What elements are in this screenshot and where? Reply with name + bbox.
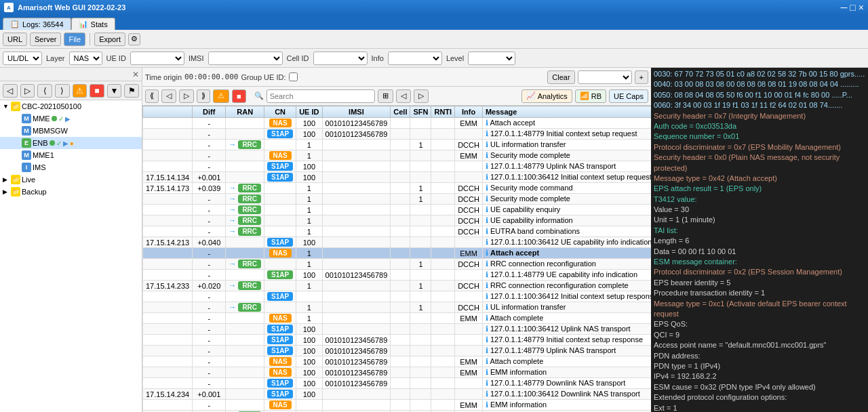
export-btn[interactable]: Export: [94, 33, 125, 46]
table-row[interactable]: -S1APℹ 127.0.1.1:100:36412 Initial conte…: [143, 291, 652, 302]
info-icon[interactable]: ℹ: [486, 249, 490, 257]
info-icon[interactable]: ℹ: [486, 162, 490, 170]
server-btn[interactable]: Server: [30, 33, 61, 46]
nav-first-btn[interactable]: ⟪: [145, 89, 159, 103]
table-row[interactable]: -NAS1EMMℹ Attach complete: [143, 313, 652, 324]
info-icon[interactable]: ℹ: [486, 335, 490, 344]
extra-filter-select[interactable]: [578, 70, 632, 84]
cell-id-select[interactable]: [313, 52, 368, 65]
nav-stop-btn[interactable]: ■: [90, 84, 104, 98]
info-icon[interactable]: ℹ: [486, 238, 490, 246]
table-row[interactable]: -NASEMMℹ EMM information: [143, 400, 652, 411]
nav-warn-btn[interactable]: ⚠: [73, 84, 87, 98]
table-row[interactable]: -NAS100001010123456789EMMℹ Attach comple…: [143, 356, 652, 367]
nav-prev-btn[interactable]: ⟨: [37, 84, 52, 98]
nav-next-btn[interactable]: ⟩: [55, 84, 70, 98]
stop-filter-btn[interactable]: ■: [232, 89, 246, 103]
level-select[interactable]: [468, 52, 515, 65]
info-icon[interactable]: ℹ: [486, 400, 490, 409]
table-row[interactable]: 17.15.14.173+0.039→ RRC11DCCHℹ Security …: [143, 183, 652, 194]
nav-fwd2-btn[interactable]: ▷: [179, 89, 194, 103]
info-icon[interactable]: ℹ: [486, 270, 490, 279]
tab-logs[interactable]: 📋 Logs: 36544: [3, 18, 71, 30]
nav-filter-btn[interactable]: ▼: [107, 84, 122, 98]
search-input[interactable]: [267, 89, 375, 103]
table-row[interactable]: -NAS1EMMℹ Security mode complete: [143, 150, 652, 161]
search-grid-btn[interactable]: ⊞: [378, 89, 393, 103]
nav-last-btn[interactable]: ⟫: [197, 89, 210, 103]
table-row[interactable]: -→ RRC11DCCHℹ UL information transfer: [143, 302, 652, 313]
table-row[interactable]: -S1AP100001010123456789ℹ 127.0.1.1:48779…: [143, 335, 652, 346]
table-row[interactable]: -→ RRC1DCCHℹ UE capability information: [143, 215, 652, 226]
info-icon[interactable]: ℹ: [486, 173, 490, 181]
tab-stats[interactable]: 📊 Stats: [71, 18, 115, 30]
table-row[interactable]: 17.15.14.233+0.020→ RRC11DCCHℹ RRC conne…: [143, 281, 652, 291]
search-prev-btn[interactable]: ◁: [396, 89, 411, 103]
ue-id-select[interactable]: [130, 52, 184, 65]
url-btn[interactable]: URL: [3, 33, 27, 46]
table-row[interactable]: -S1AP100ℹ 127.0.1.1:100:36412 Uplink NAS…: [143, 324, 652, 335]
search-next-btn[interactable]: ▷: [414, 89, 429, 103]
nav-flag-btn[interactable]: ⚑: [124, 84, 139, 98]
enb-extra-icon[interactable]: ●: [70, 140, 74, 147]
table-row[interactable]: -NAS100001010123456789EMMℹ Attach accept: [143, 118, 652, 129]
tree-item-mme[interactable]: M MME ✓ ▶: [0, 112, 142, 125]
info-icon[interactable]: ℹ: [486, 379, 490, 387]
tree-item-mbmsgw[interactable]: M MBMSGW: [0, 125, 142, 137]
close-btn[interactable]: ×: [859, 2, 864, 13]
info-icon[interactable]: ℹ: [486, 325, 490, 333]
group-ue-id-checkbox[interactable]: [289, 73, 298, 81]
table-row[interactable]: -S1AP100ℹ 127.0.1.1:48779 Uplink NAS tra…: [143, 161, 652, 172]
tree-item-cbc[interactable]: ▼ 📁 CBC-2021050100: [0, 100, 142, 112]
table-row[interactable]: -→ RRC1DCCHℹ UE capability enquiry: [143, 205, 652, 215]
table-row[interactable]: -S1AP100001010123456789ℹ 127.0.1.1:48779…: [143, 270, 652, 281]
info-icon[interactable]: ℹ: [486, 140, 490, 148]
add-filter-btn[interactable]: +: [635, 70, 648, 84]
table-row[interactable]: -NAS100001010123456789EMMℹ EMM informati…: [143, 367, 652, 378]
table-row[interactable]: -→ RRC1DCCHℹ EUTRA band combinations: [143, 226, 652, 237]
info-icon[interactable]: ℹ: [486, 205, 490, 213]
warn-filter-btn[interactable]: ⚠: [213, 89, 229, 103]
info-icon[interactable]: ℹ: [486, 216, 490, 224]
tree-item-enb[interactable]: E ENB ✓ ▶ ●: [0, 137, 142, 149]
rb-btn[interactable]: 📶 RB: [575, 89, 606, 103]
table-row[interactable]: -→ RRC11DCCHℹ Security mode complete: [143, 194, 652, 205]
table-row[interactable]: 17.15.14.213+0.040S1AP100ℹ 127.0.1.1:100…: [143, 237, 652, 248]
info-icon[interactable]: ℹ: [486, 184, 490, 192]
info-icon[interactable]: ℹ: [486, 281, 490, 289]
info-icon[interactable]: ℹ: [486, 390, 490, 398]
clear-btn[interactable]: Clear: [547, 70, 574, 84]
info-icon[interactable]: ℹ: [486, 227, 490, 235]
table-row[interactable]: 17.15.14.234+0.001S1AP100ℹ 127.0.1.1:100…: [143, 389, 652, 400]
nav-back-btn[interactable]: ◁: [3, 84, 18, 98]
table-row[interactable]: 17.15.14.134+0.001S1AP100ℹ 127.0.1.1:100…: [143, 172, 652, 183]
enb-play-icon[interactable]: ▶: [63, 140, 68, 147]
info-icon[interactable]: ℹ: [486, 260, 490, 268]
nav-forward-btn[interactable]: ▷: [20, 84, 35, 98]
minimize-btn[interactable]: ─: [840, 2, 847, 13]
info-icon[interactable]: ℹ: [486, 368, 490, 376]
info-icon[interactable]: ℹ: [486, 129, 490, 138]
ue-caps-btn[interactable]: UE Caps: [609, 89, 648, 103]
tree-item-backup[interactable]: ▶ 📁 Backup: [0, 186, 142, 198]
tree-item-live[interactable]: ▶ 📁 Live: [0, 173, 142, 186]
info-icon[interactable]: ℹ: [486, 151, 490, 159]
tree-item-ims[interactable]: I IMS: [0, 161, 142, 173]
table-row[interactable]: -S1AP100001010123456789ℹ 127.0.1.1:48779…: [143, 378, 652, 389]
maximize-btn[interactable]: □: [850, 2, 855, 13]
info-select[interactable]: [388, 52, 442, 65]
layer-select[interactable]: NAS: [69, 52, 102, 65]
table-row[interactable]: -S1AP100001010123456789ℹ 127.0.1.1:48779…: [143, 129, 652, 140]
info-icon[interactable]: ℹ: [486, 346, 490, 354]
info-icon[interactable]: ℹ: [486, 292, 490, 300]
analytics-btn[interactable]: 📈 Analytics: [521, 89, 572, 103]
table-row[interactable]: -→ RRC11DCCHℹ UL information transfer: [143, 140, 652, 150]
table-row[interactable]: -→ RRC11DCCHℹ RRC connection reconfigura…: [143, 259, 652, 270]
imsi-select[interactable]: [208, 52, 283, 65]
left-panel-close-btn[interactable]: ✕: [132, 70, 139, 79]
nav-back2-btn[interactable]: ◁: [161, 89, 176, 103]
mme-play-icon[interactable]: ▶: [65, 115, 71, 123]
file-btn[interactable]: File: [64, 33, 85, 46]
info-icon[interactable]: ℹ: [486, 194, 490, 203]
table-row[interactable]: -NAS1EMMℹ Attach accept: [143, 248, 652, 259]
